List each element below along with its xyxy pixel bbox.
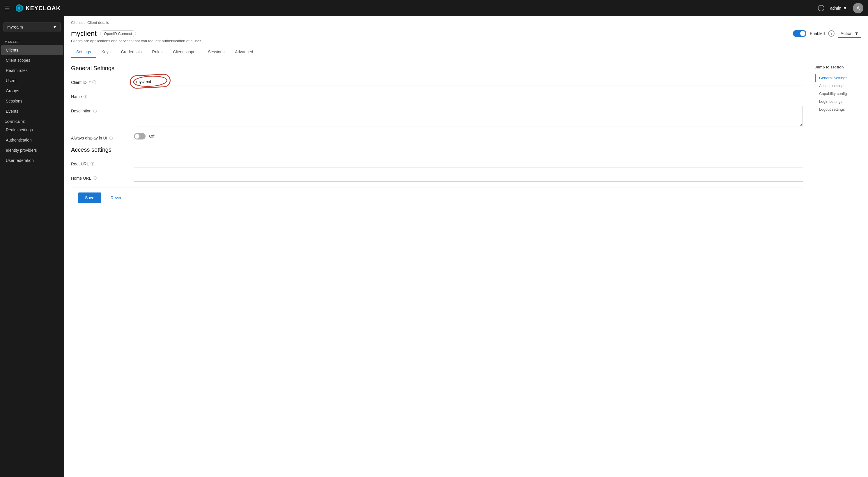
home-url-field: Home URL ⓘ	[71, 173, 803, 182]
sidebar-item-authentication-label: Authentication	[6, 138, 32, 142]
sidebar-item-user-federation[interactable]: User federation	[1, 155, 63, 166]
enabled-label: Enabled	[810, 31, 825, 36]
realm-selector[interactable]: myrealm ▼	[3, 22, 61, 32]
realm-dropdown-icon: ▼	[53, 25, 57, 29]
jump-panel: Jump to section General Settings Access …	[810, 58, 868, 477]
logo-text: KEYCLOAK	[26, 5, 61, 12]
client-id-input[interactable]	[134, 78, 803, 86]
home-url-help-icon[interactable]: ⓘ	[93, 176, 97, 181]
name-input-col	[134, 92, 803, 100]
sidebar-item-identity-providers-label: Identity providers	[6, 148, 37, 153]
sidebar-item-sessions-label: Sessions	[6, 99, 23, 103]
jump-item-login[interactable]: Login settings	[815, 97, 863, 106]
action-bar: Save Revert	[71, 187, 803, 208]
name-input[interactable]	[134, 92, 803, 100]
revert-button[interactable]: Revert	[106, 192, 127, 203]
jump-item-capability-label: Capability config	[819, 91, 847, 96]
tab-settings[interactable]: Settings	[71, 47, 96, 58]
sidebar-item-realm-roles[interactable]: Realm roles	[1, 65, 63, 76]
root-url-input[interactable]	[134, 159, 803, 168]
home-url-input[interactable]	[134, 173, 803, 182]
home-url-label: Home URL	[71, 176, 91, 181]
description-label-col: Description ⓘ	[71, 106, 129, 114]
configure-section-label: Configure	[0, 117, 64, 125]
save-button[interactable]: Save	[78, 192, 101, 203]
breadcrumb-clients-link[interactable]: Clients	[71, 20, 83, 25]
sidebar-item-realm-settings[interactable]: Realm settings	[1, 125, 63, 135]
description-label: Description	[71, 109, 91, 113]
action-help-icon[interactable]: ?	[828, 30, 835, 37]
root-url-input-col	[134, 159, 803, 168]
jump-item-general[interactable]: General Settings	[815, 74, 863, 82]
always-display-help-icon[interactable]: ⓘ	[109, 136, 113, 141]
root-url-label-col: Root URL ⓘ	[71, 159, 129, 167]
root-url-help-icon[interactable]: ⓘ	[91, 161, 94, 167]
client-id-wrapper	[134, 78, 803, 86]
description-field: Description ⓘ	[71, 106, 803, 127]
tab-sessions[interactable]: Sessions	[203, 47, 230, 58]
always-display-toggle[interactable]	[134, 133, 146, 140]
sidebar-item-events[interactable]: Events	[1, 106, 63, 116]
jump-item-access-label: Access settings	[819, 84, 845, 88]
root-url-field: Root URL ⓘ	[71, 159, 803, 168]
home-url-input-col	[134, 173, 803, 182]
sidebar-item-authentication[interactable]: Authentication	[1, 135, 63, 145]
root-url-label: Root URL	[71, 161, 89, 166]
breadcrumb-separator: ›	[85, 20, 86, 25]
navbar: ☰ KEYCLOAK ? admin ▼ A	[0, 0, 868, 16]
home-url-label-col: Home URL ⓘ	[71, 173, 129, 181]
help-icon[interactable]: ?	[818, 5, 824, 11]
client-id-label: Client ID	[71, 80, 87, 85]
header-actions: Enabled ? Action ▼	[793, 30, 861, 37]
sidebar-item-events-label: Events	[6, 109, 18, 114]
client-id-label-col: Client ID * ⓘ	[71, 78, 129, 85]
hamburger-icon[interactable]: ☰	[5, 5, 10, 12]
always-display-label-col: Always display in UI ⓘ	[71, 133, 129, 141]
sidebar-item-realm-roles-label: Realm roles	[6, 68, 28, 73]
sidebar-item-clients[interactable]: Clients	[1, 45, 63, 55]
tab-keys[interactable]: Keys	[96, 47, 116, 58]
name-label-col: Name ⓘ	[71, 92, 129, 99]
general-settings-title: General Settings	[71, 65, 803, 72]
sidebar-item-sessions[interactable]: Sessions	[1, 96, 63, 106]
jump-item-capability[interactable]: Capability config	[815, 90, 863, 97]
jump-title: Jump to section	[815, 65, 863, 69]
tab-roles[interactable]: Roles	[147, 47, 168, 58]
action-dropdown-icon: ▼	[854, 31, 859, 36]
description-input-col	[134, 106, 803, 127]
tabs: Settings Keys Credentials Roles Client s…	[64, 47, 868, 58]
sidebar-item-client-scopes[interactable]: Client scopes	[1, 55, 63, 65]
enabled-toggle[interactable]	[793, 30, 806, 37]
name-label: Name	[71, 94, 82, 99]
client-id-help-icon[interactable]: ⓘ	[92, 80, 96, 85]
avatar-initial: A	[857, 5, 860, 11]
jump-item-access[interactable]: Access settings	[815, 82, 863, 90]
tab-client-scopes[interactable]: Client scopes	[168, 47, 203, 58]
description-help-icon[interactable]: ⓘ	[93, 108, 97, 114]
form-area: General Settings Client ID * ⓘ	[64, 58, 810, 477]
action-button[interactable]: Action ▼	[838, 30, 861, 37]
sidebar-item-realm-settings-label: Realm settings	[6, 127, 33, 132]
sidebar-item-clients-label: Clients	[6, 48, 18, 52]
tab-advanced[interactable]: Advanced	[230, 47, 258, 58]
sidebar-item-groups[interactable]: Groups	[1, 86, 63, 96]
tab-credentials[interactable]: Credentials	[116, 47, 147, 58]
name-help-icon[interactable]: ⓘ	[84, 94, 87, 99]
jump-item-logout[interactable]: Logout settings	[815, 106, 863, 113]
page-subtitle: Clients are applications and services th…	[64, 37, 868, 43]
username-label: admin	[830, 6, 841, 10]
manage-section-label: Manage	[0, 37, 64, 45]
sidebar-item-identity-providers[interactable]: Identity providers	[1, 145, 63, 155]
content-grid: General Settings Client ID * ⓘ	[64, 58, 868, 477]
user-menu[interactable]: admin ▼	[830, 6, 847, 10]
avatar[interactable]: A	[853, 3, 863, 13]
logo: KEYCLOAK	[14, 3, 61, 13]
client-id-required: *	[89, 80, 91, 85]
always-display-input-col: Off	[134, 133, 803, 140]
client-id-input-col	[134, 78, 803, 86]
sidebar-item-users[interactable]: Users	[1, 76, 63, 86]
always-display-label: Always display in UI	[71, 136, 107, 140]
description-input[interactable]	[134, 106, 803, 126]
sidebar-item-groups-label: Groups	[6, 89, 19, 93]
always-display-field: Always display in UI ⓘ Off	[71, 133, 803, 141]
